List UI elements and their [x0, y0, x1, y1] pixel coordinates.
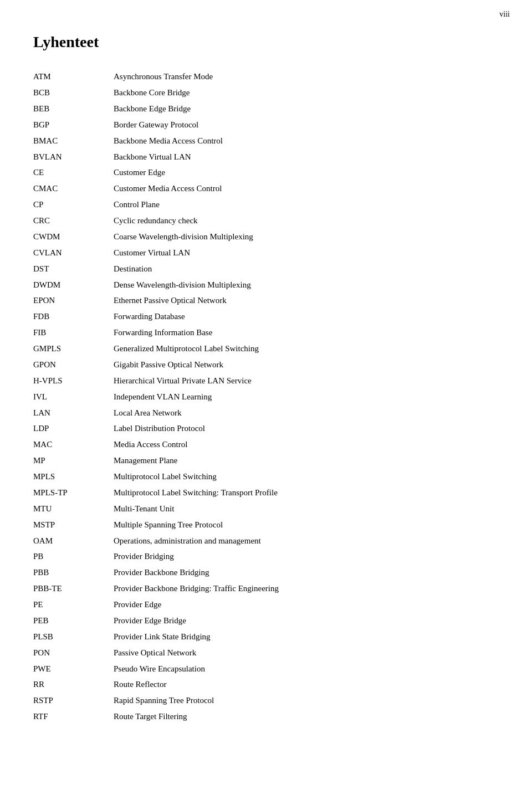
- abbreviation-definition: Coarse Wavelength-division Multiplexing: [114, 229, 499, 245]
- abbreviation-definition: Rapid Spanning Tree Protocol: [114, 693, 499, 709]
- abbreviation-row: MACMedia Access Control: [33, 437, 499, 453]
- abbreviation-row: BVLANBackbone Virtual LAN: [33, 148, 499, 165]
- abbreviation-code: PE: [33, 597, 114, 613]
- abbreviation-row: PEBProvider Edge Bridge: [33, 613, 499, 629]
- abbreviation-definition: Generalized Multiprotocol Label Switchin…: [114, 341, 499, 357]
- abbreviation-code: PLSB: [33, 629, 114, 645]
- abbreviation-row: GMPLSGeneralized Multiprotocol Label Swi…: [33, 341, 499, 357]
- page-number-container: viii: [499, 10, 510, 19]
- abbreviation-table: ATMAsynchronous Transfer ModeBCBBackbone…: [33, 69, 499, 725]
- abbreviation-code: MPLS: [33, 469, 114, 485]
- abbreviation-definition: Multi-Tenant Unit: [114, 501, 499, 517]
- abbreviation-code: LDP: [33, 421, 114, 437]
- abbreviation-code: IVL: [33, 389, 114, 405]
- abbreviation-code: H-VPLS: [33, 373, 114, 389]
- abbreviation-code: CVLAN: [33, 245, 114, 261]
- page-content: Lyhenteet ATMAsynchronous Transfer ModeB…: [0, 0, 532, 758]
- abbreviation-row: DSTDestination: [33, 261, 499, 277]
- page-title: Lyhenteet: [33, 33, 499, 51]
- abbreviation-row: ATMAsynchronous Transfer Mode: [33, 69, 499, 85]
- abbreviation-code: FDB: [33, 309, 114, 325]
- abbreviation-code: CRC: [33, 213, 114, 229]
- abbreviation-definition: Hierarchical Virtual Private LAN Service: [114, 373, 499, 389]
- abbreviation-row: DWDMDense Wavelength-division Multiplexi…: [33, 276, 499, 293]
- abbreviation-definition: Provider Edge: [114, 597, 499, 613]
- abbreviation-definition: Route Reflector: [114, 676, 499, 693]
- abbreviation-row: FDBForwarding Database: [33, 309, 499, 325]
- abbreviation-row: LANLocal Area Network: [33, 404, 499, 421]
- abbreviation-code: PWE: [33, 660, 114, 676]
- abbreviation-code: MTU: [33, 501, 114, 517]
- abbreviation-definition: Cyclic redundancy check: [114, 213, 499, 229]
- abbreviation-code: CWDM: [33, 229, 114, 245]
- abbreviation-definition: Backbone Media Access Control: [114, 133, 499, 149]
- abbreviation-code: BEB: [33, 101, 114, 117]
- abbreviation-code: CMAC: [33, 181, 114, 197]
- abbreviation-code: EPON: [33, 293, 114, 309]
- abbreviation-definition: Customer Edge: [114, 165, 499, 181]
- abbreviation-code: BVLAN: [33, 148, 114, 165]
- abbreviation-definition: Forwarding Database: [114, 309, 499, 325]
- abbreviation-code: PEB: [33, 613, 114, 629]
- abbreviation-row: PBB-TEProvider Backbone Bridging: Traffi…: [33, 581, 499, 597]
- abbreviation-definition: Provider Backbone Bridging: [114, 565, 499, 581]
- abbreviation-definition: Provider Bridging: [114, 548, 499, 565]
- abbreviation-row: CVLANCustomer Virtual LAN: [33, 245, 499, 261]
- abbreviation-definition: Label Distribution Protocol: [114, 421, 499, 437]
- abbreviation-code: RR: [33, 676, 114, 693]
- abbreviation-row: MPManagement Plane: [33, 453, 499, 469]
- abbreviation-definition: Customer Media Access Control: [114, 181, 499, 197]
- abbreviation-row: BMACBackbone Media Access Control: [33, 133, 499, 149]
- abbreviation-definition: Provider Edge Bridge: [114, 613, 499, 629]
- abbreviation-row: MPLS-TPMultiprotocol Label Switching: Tr…: [33, 485, 499, 501]
- abbreviation-row: CECustomer Edge: [33, 165, 499, 181]
- abbreviation-row: BGPBorder Gateway Protocol: [33, 117, 499, 133]
- abbreviation-definition: Customer Virtual LAN: [114, 245, 499, 261]
- abbreviation-definition: Pseudo Wire Encapsulation: [114, 660, 499, 676]
- abbreviation-definition: Passive Optical Network: [114, 645, 499, 661]
- abbreviation-definition: Operations, administration and managemen…: [114, 532, 499, 548]
- abbreviation-definition: Asynchronous Transfer Mode: [114, 69, 499, 85]
- abbreviation-code: BGP: [33, 117, 114, 133]
- abbreviation-row: PWEPseudo Wire Encapsulation: [33, 660, 499, 676]
- abbreviation-row: PLSBProvider Link State Bridging: [33, 629, 499, 645]
- abbreviation-row: LDPLabel Distribution Protocol: [33, 421, 499, 437]
- abbreviation-row: H-VPLSHierarchical Virtual Private LAN S…: [33, 373, 499, 389]
- abbreviation-code: DWDM: [33, 276, 114, 293]
- page-number: viii: [499, 10, 510, 18]
- abbreviation-code: RSTP: [33, 693, 114, 709]
- abbreviation-code: BCB: [33, 85, 114, 101]
- abbreviation-row: BCBBackbone Core Bridge: [33, 85, 499, 101]
- abbreviation-code: LAN: [33, 404, 114, 421]
- abbreviation-row: RSTPRapid Spanning Tree Protocol: [33, 693, 499, 709]
- abbreviation-code: PB: [33, 548, 114, 565]
- abbreviation-definition: Management Plane: [114, 453, 499, 469]
- abbreviation-row: MSTPMultiple Spanning Tree Protocol: [33, 517, 499, 533]
- abbreviation-definition: Border Gateway Protocol: [114, 117, 499, 133]
- abbreviation-definition: Provider Backbone Bridging: Traffic Engi…: [114, 581, 499, 597]
- abbreviation-definition: Backbone Core Bridge: [114, 85, 499, 101]
- abbreviation-code: RTF: [33, 709, 114, 725]
- abbreviation-code: DST: [33, 261, 114, 277]
- abbreviation-row: CMACCustomer Media Access Control: [33, 181, 499, 197]
- abbreviation-definition: Multiprotocol Label Switching: Transport…: [114, 485, 499, 501]
- abbreviation-code: PBB: [33, 565, 114, 581]
- abbreviation-row: MPLSMultiprotocol Label Switching: [33, 469, 499, 485]
- abbreviation-definition: Multiple Spanning Tree Protocol: [114, 517, 499, 533]
- abbreviation-definition: Dense Wavelength-division Multiplexing: [114, 276, 499, 293]
- abbreviation-row: PEProvider Edge: [33, 597, 499, 613]
- abbreviation-definition: Local Area Network: [114, 404, 499, 421]
- abbreviation-code: GMPLS: [33, 341, 114, 357]
- abbreviation-code: FIB: [33, 325, 114, 341]
- abbreviation-definition: Multiprotocol Label Switching: [114, 469, 499, 485]
- abbreviation-code: ATM: [33, 69, 114, 85]
- abbreviation-row: GPONGigabit Passive Optical Network: [33, 357, 499, 373]
- abbreviation-code: CP: [33, 197, 114, 213]
- abbreviation-code: OAM: [33, 532, 114, 548]
- abbreviation-code: CE: [33, 165, 114, 181]
- abbreviation-row: CWDMCoarse Wavelength-division Multiplex…: [33, 229, 499, 245]
- abbreviation-row: PBProvider Bridging: [33, 548, 499, 565]
- abbreviation-code: MP: [33, 453, 114, 469]
- abbreviation-row: IVLIndependent VLAN Learning: [33, 389, 499, 405]
- abbreviation-definition: Ethernet Passive Optical Network: [114, 293, 499, 309]
